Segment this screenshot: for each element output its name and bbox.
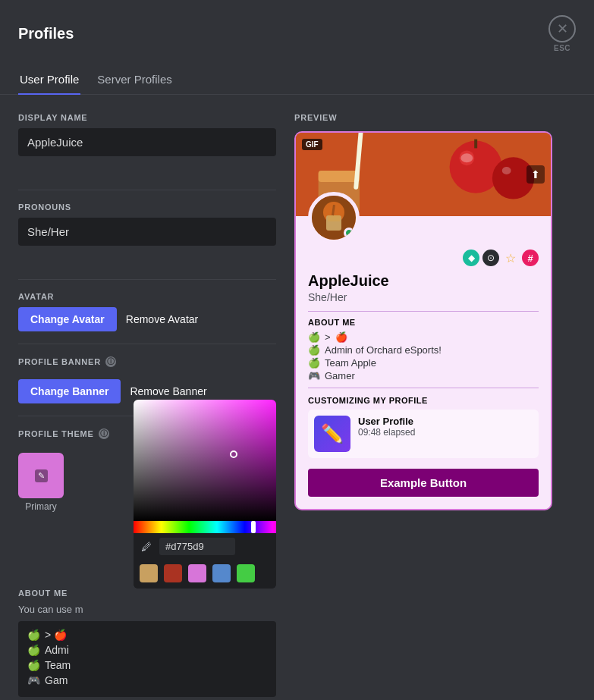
activity-elapsed: 09:48 elapsed <box>358 427 533 438</box>
activity-row: ✏️ User Profile 09:48 elapsed <box>308 410 539 458</box>
card-about-text-3: Team Apple <box>325 357 376 369</box>
svg-rect-13 <box>328 215 340 221</box>
close-button-wrap[interactable]: ✕ ESC <box>548 15 576 52</box>
card-username: AppleJuice <box>308 272 539 290</box>
color-primary-wrap: ✎ Primary <box>18 453 64 512</box>
card-pronouns: She/Her <box>308 291 539 303</box>
left-panel: DISPLAY NAME PRONOUNS AVATAR Change Avat… <box>18 113 276 700</box>
about-line-1: 🍏 > 🍎 <box>27 629 267 641</box>
banner-upload-button[interactable]: ⬆ <box>526 165 545 184</box>
svg-rect-6 <box>474 140 477 149</box>
badge-2: ⊙ <box>482 250 499 266</box>
banner-info-icon[interactable]: ⓘ <box>105 356 116 367</box>
preset-color-4[interactable] <box>212 564 231 582</box>
banner-label: PROFILE BANNER <box>18 357 101 366</box>
profile-card: GIF ⬆ <box>294 131 552 510</box>
preset-color-3[interactable] <box>188 564 206 582</box>
about-emoji-1: 🍏 <box>27 629 40 641</box>
close-label: ESC <box>554 44 570 52</box>
card-divider-1 <box>308 311 539 312</box>
remove-avatar-button[interactable]: Remove Avatar <box>126 307 198 331</box>
about-emoji-2: 🍏 <box>27 644 40 656</box>
modal-header: Profiles ✕ ESC <box>0 0 594 52</box>
card-divider-2 <box>308 388 539 388</box>
gradient-cursor <box>230 450 237 458</box>
change-avatar-button[interactable]: Change Avatar <box>18 307 117 331</box>
hex-row: 🖉 <box>134 533 276 560</box>
card-about-line-4: 🎮 Gamer <box>308 370 539 381</box>
hue-bar[interactable] <box>134 521 276 533</box>
about-me-preview: 🍏 > 🍎 🍏 Admi 🍏 Team 🎮 Gam <box>18 621 276 697</box>
activity-icon: ✏️ <box>314 416 350 452</box>
color-picker[interactable]: 🖉 <box>134 400 276 589</box>
about-me-hint: You can use m <box>18 604 276 615</box>
right-panel: PREVIEW <box>294 113 576 700</box>
eyedropper-button[interactable]: 🖉 <box>140 539 153 554</box>
about-text-1: > 🍎 <box>45 629 67 641</box>
tab-user-profile[interactable]: User Profile <box>18 65 80 95</box>
banner-label-row: PROFILE BANNER ⓘ <box>18 356 276 367</box>
content-area: DISPLAY NAME PRONOUNS AVATAR Change Avat… <box>0 95 594 700</box>
card-about-line-2: 🍏 Admin of Orchard eSports! <box>308 344 539 356</box>
about-line-2: 🍏 Admi <box>27 644 267 656</box>
card-about-icon-2: 🍏 <box>308 344 320 356</box>
divider-2 <box>18 279 276 280</box>
card-about-line-1: 🍏 > 🍎 <box>308 331 539 343</box>
card-about-emoji-1: 🍏 <box>308 331 320 343</box>
display-name-input[interactable] <box>18 128 276 156</box>
svg-rect-2 <box>319 171 360 182</box>
gif-badge: GIF <box>302 139 322 150</box>
online-indicator <box>344 228 354 238</box>
hex-input[interactable] <box>159 538 235 555</box>
card-about-icon-3: 🍏 <box>308 357 320 369</box>
about-me-label: ABOUT ME <box>18 589 276 598</box>
change-banner-button[interactable]: Change Banner <box>18 379 121 403</box>
about-text-4: Gam <box>45 674 68 686</box>
about-emoji-4: 🎮 <box>27 674 40 686</box>
svg-point-9 <box>502 167 511 174</box>
preset-color-2[interactable] <box>164 564 182 582</box>
about-text-2: Admi <box>45 644 69 656</box>
preset-color-5[interactable] <box>237 564 255 582</box>
swatch-edit-icon: ✎ <box>35 469 48 482</box>
badge-4: # <box>522 250 539 266</box>
card-about-emoji-2: 🍎 <box>335 331 347 343</box>
activity-section-title: CUSTOMIZING MY PROFILE <box>308 396 539 405</box>
badge-3: ☆ <box>502 250 519 266</box>
card-body: ◆ ⊙ ☆ # AppleJuice She/Her ABOUT ME 🍏 > <box>296 216 551 509</box>
preview-label: PREVIEW <box>294 113 576 122</box>
preset-color-1[interactable] <box>140 564 158 582</box>
svg-point-7 <box>460 153 473 162</box>
tab-server-profiles[interactable]: Server Profiles <box>96 65 173 95</box>
example-button[interactable]: Example Button <box>308 469 539 497</box>
hue-cursor <box>251 521 256 533</box>
card-about-text-2: Admin of Orchard eSports! <box>325 344 442 356</box>
theme-info-icon[interactable]: ⓘ <box>99 428 109 439</box>
tab-bar: User Profile Server Profiles <box>0 64 594 95</box>
primary-swatch-label: Primary <box>18 501 64 512</box>
card-about-text-1: > <box>325 331 331 343</box>
pronouns-input[interactable] <box>18 218 276 246</box>
avatar-label: AVATAR <box>18 292 276 301</box>
card-about-title: ABOUT ME <box>308 318 539 327</box>
pronouns-label: PRONOUNS <box>18 202 276 212</box>
card-activity-section: CUSTOMIZING MY PROFILE ✏️ User Profile 0… <box>308 396 539 458</box>
about-text-3: Team <box>45 659 71 671</box>
activity-info: User Profile 09:48 elapsed <box>358 416 533 438</box>
divider-3 <box>18 344 276 344</box>
color-gradient-area[interactable] <box>134 400 276 521</box>
activity-name: User Profile <box>358 416 533 427</box>
card-avatar <box>308 192 360 243</box>
modal-title: Profiles <box>18 25 74 42</box>
about-line-3: 🍏 Team <box>27 659 267 671</box>
close-button[interactable]: ✕ <box>548 15 576 42</box>
avatar-btn-row: Change Avatar Remove Avatar <box>18 307 276 331</box>
card-about-line-3: 🍏 Team Apple <box>308 357 539 369</box>
display-name-label: DISPLAY NAME <box>18 113 276 122</box>
about-line-4: 🎮 Gam <box>27 674 267 686</box>
primary-color-swatch[interactable]: ✎ <box>18 453 64 498</box>
card-about-icon-4: 🎮 <box>308 370 320 381</box>
card-badges: ◆ ⊙ ☆ # <box>308 250 539 266</box>
activity-icon-emoji: ✏️ <box>321 423 344 444</box>
modal: Profiles ✕ ESC User Profile Server Profi… <box>0 0 594 700</box>
